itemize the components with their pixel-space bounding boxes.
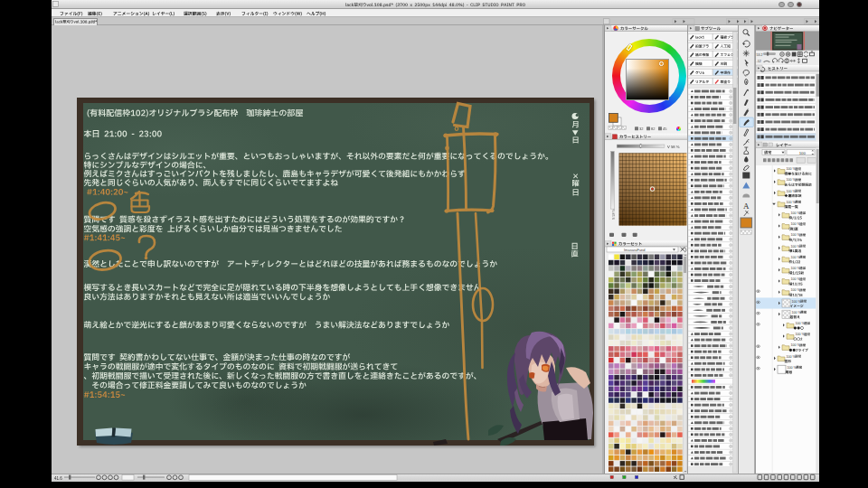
svg-text:100 %: 100 % xyxy=(796,333,806,336)
svg-text:100 %: 100 % xyxy=(791,233,801,237)
svg-text:100 %: 100 % xyxy=(791,277,801,281)
svg-text:100 %: 100 % xyxy=(791,267,801,270)
svg-text:100 %: 100 % xyxy=(787,178,797,182)
svg-text:100: 100 xyxy=(799,151,807,155)
svg-text:100 %: 100 % xyxy=(791,222,801,226)
svg-text:100 %: 100 % xyxy=(788,366,797,370)
svg-text:100 %: 100 % xyxy=(787,167,797,171)
svg-text:100 %: 100 % xyxy=(791,343,801,347)
svg-text:100 %: 100 % xyxy=(796,322,806,325)
svg-text:100 %: 100 % xyxy=(791,288,801,292)
svg-text:53.2: 53.2 xyxy=(757,53,763,57)
svg-text:100 %: 100 % xyxy=(791,211,801,215)
svg-text:100 %: 100 % xyxy=(792,300,802,304)
svg-text:-12: -12 xyxy=(757,60,761,63)
svg-text:100 %: 100 % xyxy=(787,355,797,359)
svg-text:100 %: 100 % xyxy=(787,201,797,204)
svg-text:100 %: 100 % xyxy=(791,245,801,249)
svg-text:100 %: 100 % xyxy=(787,190,797,193)
svg-text:100 %: 100 % xyxy=(791,256,801,259)
svg-text:100 %: 100 % xyxy=(792,311,802,314)
